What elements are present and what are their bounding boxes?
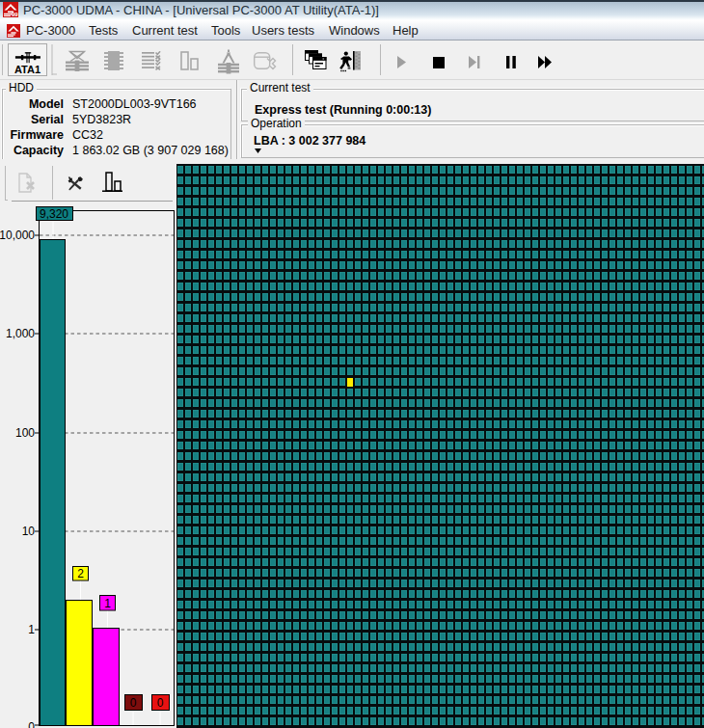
- svg-text:10,000: 10,000: [0, 229, 35, 242]
- svg-text:1: 1: [104, 597, 111, 610]
- svg-text:2: 2: [77, 567, 84, 580]
- svg-text:9,320: 9,320: [40, 207, 68, 221]
- svg-text:0: 0: [28, 720, 35, 728]
- svg-text:0: 0: [157, 696, 164, 710]
- svg-text:100: 100: [15, 426, 35, 440]
- svg-text:10: 10: [22, 525, 36, 538]
- svg-text:0: 0: [130, 696, 137, 710]
- svg-text:99: 99: [12, 12, 18, 17]
- svg-text:1: 1: [28, 623, 35, 636]
- svg-text:1,000: 1,000: [6, 327, 35, 340]
